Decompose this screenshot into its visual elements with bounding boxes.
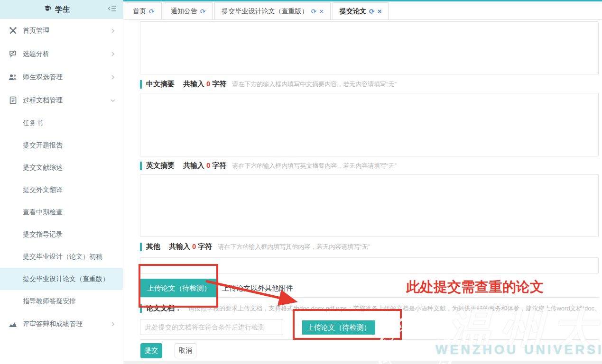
sidebar-subitem-guidance-records[interactable]: 提交指导记录 xyxy=(0,223,123,246)
sidebar-item-review-defense-grades[interactable]: 评审答辩和成绩管理 xyxy=(0,312,123,336)
sidebar-subitem-literature-review[interactable]: 提交文献综述 xyxy=(0,156,123,179)
sidebar-subitem-task-book[interactable]: 任务书 xyxy=(0,112,123,134)
sidebar-subitem-advisor-qa-schedule[interactable]: 指导教师答疑安排 xyxy=(0,290,123,312)
subitem-label: 提交毕业设计论文（查重版） xyxy=(23,275,109,283)
sidebar-item-label: 评审答辩和成绩管理 xyxy=(23,320,111,328)
bottom-edge-strip xyxy=(123,361,602,364)
cn-abstract-textarea[interactable] xyxy=(140,93,599,156)
bottom-separator xyxy=(140,339,599,340)
section-header-cn-abstract: 中文摘要 共输入0字符 请在下方的输入框内填写中文摘要内容，若无内容请填写“无” xyxy=(140,80,397,89)
section-header-other: 其他 共输入0字符 请在下方的输入框内填写其他内容，若无内容请填写“无” xyxy=(140,242,370,251)
document-icon xyxy=(8,96,18,104)
char-count: 共输入0字符 xyxy=(169,242,212,251)
sidebar-subitem-thesis-plagiarism-version[interactable]: 提交毕业设计论文（查重版） xyxy=(0,268,123,290)
thesis-document-row: 论文文档： 请按照学校的要求上传文档，支持格式为doc,docx,pdf,wps… xyxy=(140,304,599,313)
section-accent-bar xyxy=(140,80,142,89)
sidebar-item-topic-analysis[interactable]: 选题分析 xyxy=(0,42,123,65)
other-textarea[interactable] xyxy=(140,257,599,273)
section-label: 中文摘要 xyxy=(146,80,175,89)
section-label: 其他 xyxy=(146,242,160,251)
char-count: 共输入0字符 xyxy=(183,80,226,89)
sidebar-subitem-proposal-report[interactable]: 提交开题报告 xyxy=(0,134,123,156)
count-prefix: 共输入 xyxy=(183,161,204,169)
tab-thesis-plagiarism-version[interactable]: 提交毕业设计论文（查重版） ⟳ × xyxy=(214,2,331,19)
upload-separator xyxy=(140,297,599,298)
sidebar-item-label: 首页管理 xyxy=(23,27,111,35)
en-abstract-textarea[interactable] xyxy=(140,174,599,237)
tools-icon xyxy=(8,27,18,35)
sidebar-header: 学生 xyxy=(0,0,123,19)
subitem-label: 提交外文翻译 xyxy=(23,186,63,194)
upload-thesis-button[interactable]: 上传论文（待检测） xyxy=(140,279,218,298)
submit-button[interactable]: 提交 xyxy=(140,343,162,358)
chart-icon xyxy=(8,321,18,328)
sidebar-subitem-midterm-check[interactable]: 查看中期检查 xyxy=(0,201,123,223)
section-hint: 请在下方的输入框内填写中文摘要内容，若无内容请填写“无” xyxy=(232,80,397,89)
tab-label: 提交论文 xyxy=(340,7,366,16)
sidebar: 学生 首页管理 选题分析 师生双选管理 xyxy=(0,0,123,364)
count-suffix: 字符 xyxy=(212,161,226,169)
sidebar-title-wrap: 学生 xyxy=(6,4,108,15)
users-icon xyxy=(8,73,18,81)
subitem-label: 提交文献综述 xyxy=(23,164,63,172)
section-accent-bar xyxy=(140,162,142,170)
count-prefix: 共输入 xyxy=(183,80,204,88)
chevron-down-icon xyxy=(111,98,115,103)
document-status-input[interactable] xyxy=(140,319,283,335)
count-suffix: 字符 xyxy=(198,242,212,250)
count-value: 0 xyxy=(206,161,210,169)
subitem-label: 提交指导记录 xyxy=(23,230,63,239)
count-prefix: 共输入 xyxy=(169,242,190,250)
thesis-document-hint: 请按照学校的要求上传文档，支持格式为doc,docx,pdf,wps；若您准备上… xyxy=(188,304,599,313)
tab-label: 通知公告 xyxy=(171,7,197,16)
section-header-en-abstract: 英文摘要 共输入0字符 请在下方的输入框内填写英文摘要内容，若无内容请填写“无” xyxy=(140,161,397,170)
textarea-top-partial[interactable] xyxy=(140,21,599,74)
sidebar-subitem-foreign-translation[interactable]: 提交外文翻译 xyxy=(0,179,123,201)
section-accent-bar xyxy=(140,243,142,251)
section-hint: 请在下方的输入框内填写英文摘要内容，若无内容请填写“无” xyxy=(232,162,397,170)
chevron-right-icon xyxy=(111,52,115,56)
refresh-icon[interactable]: ⟳ xyxy=(200,8,206,15)
sidebar-item-process-documents[interactable]: 过程文档管理 xyxy=(0,89,123,112)
sidebar-item-label: 师生双选管理 xyxy=(23,73,111,82)
tab-label: 提交毕业设计论文（查重版） xyxy=(222,7,308,16)
subitem-label: 任务书 xyxy=(23,119,43,127)
section-label: 英文摘要 xyxy=(146,161,175,170)
cancel-button[interactable]: 取消 xyxy=(175,343,196,358)
topic-chat-icon xyxy=(8,50,18,58)
chevron-right-icon xyxy=(111,28,115,33)
subitem-label: 提交毕业设计（论文）初稿 xyxy=(23,253,102,261)
tab-label: 首页 xyxy=(133,7,146,16)
tab-bar: 首页 ⟳ 通知公告 ⟳ 提交毕业设计论文（查重版） ⟳ × 提交论文 ⟳ × xyxy=(123,1,602,20)
upload-thesis-button-secondary[interactable]: 上传论文（待检测） xyxy=(302,320,375,335)
section-accent-bar xyxy=(140,304,142,313)
student-icon xyxy=(43,4,52,15)
app-root: 学生 首页管理 选题分析 师生双选管理 xyxy=(0,0,602,364)
thesis-document-label: 论文文档： xyxy=(146,304,182,313)
chevron-right-icon xyxy=(111,75,115,80)
close-icon[interactable]: × xyxy=(319,8,324,15)
tab-notices[interactable]: 通知公告 ⟳ xyxy=(164,2,213,19)
count-value: 0 xyxy=(206,80,210,88)
sidebar-title: 学生 xyxy=(55,5,70,15)
section-hint: 请在下方的输入框内填写其他内容，若无内容请填写“无” xyxy=(218,243,370,251)
close-icon[interactable]: × xyxy=(378,8,382,15)
char-count: 共输入0字符 xyxy=(183,161,226,170)
sidebar-item-home-management[interactable]: 首页管理 xyxy=(0,19,123,42)
collapse-sidebar-icon[interactable] xyxy=(108,5,117,14)
sidebar-item-label: 过程文档管理 xyxy=(23,96,111,105)
refresh-icon[interactable]: ⟳ xyxy=(369,8,375,15)
sidebar-subitem-thesis-draft[interactable]: 提交毕业设计（论文）初稿 xyxy=(0,246,123,268)
sidebar-item-mentor-student-selection[interactable]: 师生双选管理 xyxy=(0,65,123,89)
tab-submit-thesis[interactable]: 提交论文 ⟳ × xyxy=(333,2,389,19)
subitem-label: 提交开题报告 xyxy=(23,141,63,150)
upload-other-attachments-tab[interactable]: 上传论文以外其他附件 xyxy=(222,279,293,298)
chevron-right-icon xyxy=(111,322,115,327)
count-value: 0 xyxy=(192,242,196,250)
subitem-label: 指导教师答疑安排 xyxy=(23,297,76,306)
refresh-icon[interactable]: ⟳ xyxy=(149,8,155,15)
refresh-icon[interactable]: ⟳ xyxy=(311,8,316,15)
count-suffix: 字符 xyxy=(212,80,226,88)
tab-home[interactable]: 首页 ⟳ xyxy=(126,2,162,19)
sidebar-item-label: 选题分析 xyxy=(23,50,111,58)
